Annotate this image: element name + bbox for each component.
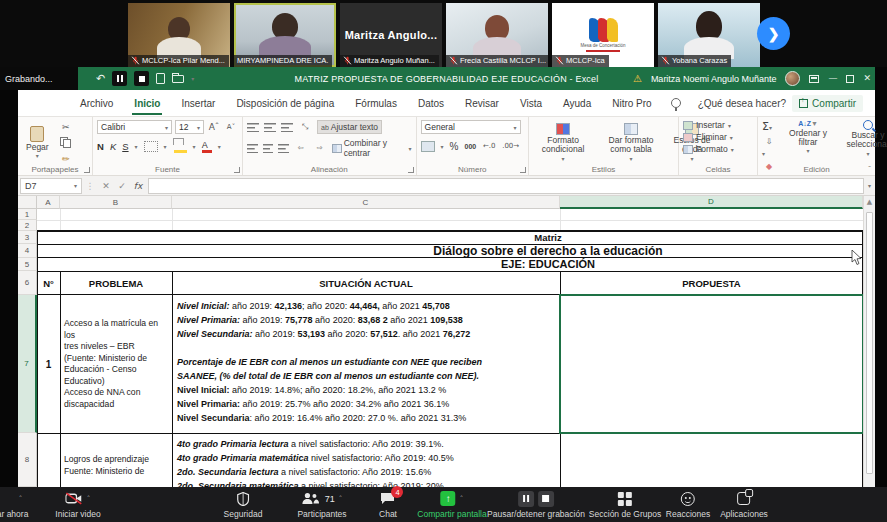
participant-tile[interactable]: Yobana Carazas bbox=[658, 3, 760, 67]
align-left-icon[interactable] bbox=[247, 144, 258, 153]
insert-cells-button[interactable]: Insertar▾ bbox=[683, 120, 753, 130]
format-cells-button[interactable]: Formato▾ bbox=[683, 144, 753, 154]
sheet-grid[interactable]: A B C D 1 2 3 4 5 6 7 8 Matriz Diálogo s… bbox=[18, 196, 875, 487]
close-button[interactable]: ✕ bbox=[863, 74, 871, 83]
align-center-icon[interactable] bbox=[263, 144, 274, 153]
participant-tile-active-speaker[interactable]: MIRYAMPINEDA DRE ICA. bbox=[234, 3, 336, 67]
header-cell-propuesta[interactable]: PROPUESTA bbox=[560, 271, 863, 295]
dialog-launcher-icon[interactable] bbox=[408, 167, 414, 173]
stop-recording-icon[interactable] bbox=[538, 491, 554, 507]
align-top-icon[interactable] bbox=[247, 123, 259, 132]
select-all-corner[interactable] bbox=[18, 196, 37, 209]
scrollbar-thumb[interactable] bbox=[866, 212, 873, 474]
security-button[interactable]: Seguridad bbox=[224, 491, 263, 519]
restore-button[interactable] bbox=[846, 75, 854, 83]
cell-c7-situacion[interactable]: Nivel Inicial: año 2019: 42,136; año 202… bbox=[177, 299, 557, 431]
video-button[interactable]: ˆ Iniciar video bbox=[55, 491, 100, 519]
comma-style-button[interactable]: 000 bbox=[465, 143, 477, 150]
decrease-font-icon[interactable]: Aˇ bbox=[224, 120, 238, 134]
tell-me-search[interactable]: ¿Qué desea hacer? bbox=[698, 98, 786, 109]
account-name[interactable]: Maritza Noemi Angulo Muñante bbox=[651, 74, 777, 84]
row-header-5[interactable]: 5 bbox=[18, 258, 37, 271]
dialog-launcher-icon[interactable] bbox=[234, 167, 240, 173]
participant-tile[interactable]: Frecia Castilla MCLCP I... bbox=[446, 3, 548, 67]
underline-dropdown-icon[interactable]: ▾ bbox=[135, 143, 138, 150]
header-cell-problema[interactable]: PROBLEMA bbox=[60, 271, 172, 295]
expand-formula-bar-icon[interactable]: ▾ bbox=[868, 182, 871, 189]
tab-disposicion[interactable]: Disposición de página bbox=[234, 92, 336, 115]
fill-color-icon[interactable] bbox=[173, 138, 187, 155]
column-header-c[interactable]: C bbox=[172, 196, 560, 209]
format-as-table-button[interactable]: Dar formato como tabla▾ bbox=[601, 122, 661, 163]
cell-d8-propuesta[interactable] bbox=[560, 433, 863, 487]
font-size-select[interactable]: 12▾ bbox=[175, 120, 204, 134]
account-avatar[interactable] bbox=[785, 71, 800, 86]
find-select-button[interactable]: Buscar y seleccionar▾ bbox=[840, 120, 887, 158]
delete-cells-button[interactable]: Eliminar▾ bbox=[683, 132, 753, 142]
fill-color-dropdown-icon[interactable]: ▾ bbox=[193, 143, 196, 150]
vertical-scrollbar[interactable]: ▲ bbox=[863, 196, 875, 487]
column-header-d[interactable]: D bbox=[560, 196, 863, 209]
row-header-2[interactable]: 2 bbox=[18, 220, 37, 231]
tab-ayuda[interactable]: Ayuda bbox=[561, 92, 593, 115]
tab-insertar[interactable]: Insertar bbox=[179, 92, 217, 115]
minimize-button[interactable]: — bbox=[828, 74, 837, 83]
column-header-a[interactable]: A bbox=[37, 196, 60, 209]
apps-button[interactable]: Aplicaciones bbox=[720, 491, 768, 519]
decrease-indent-icon[interactable]: ⇦ bbox=[294, 141, 308, 155]
conditional-formatting-button[interactable]: Formato condicional▾ bbox=[533, 122, 593, 163]
tab-inicio[interactable]: Inicio bbox=[132, 92, 162, 115]
participant-tile[interactable]: MCLCP-Ica Pilar Mend... bbox=[128, 3, 230, 67]
paste-button[interactable]: Pegar▾ bbox=[22, 125, 53, 161]
increase-decimal-icon[interactable]: ←.0 bbox=[482, 139, 496, 153]
breakout-rooms-button[interactable]: Sección de Grupos bbox=[589, 491, 661, 519]
audio-options-chevron[interactable]: ˆ bbox=[19, 495, 23, 503]
next-participants-button[interactable]: ❯ bbox=[757, 17, 790, 50]
warning-icon[interactable]: ⚠ bbox=[633, 74, 642, 84]
font-color-dropdown-icon[interactable]: ▾ bbox=[218, 143, 221, 150]
row-header-7[interactable]: 7 bbox=[18, 295, 37, 433]
chat-button[interactable]: 4 Chat bbox=[379, 491, 397, 519]
merge-center-button[interactable]: Combinar y centrar▾ bbox=[332, 138, 412, 158]
column-header-b[interactable]: B bbox=[60, 196, 172, 209]
autosum-button[interactable]: Σ▾ bbox=[762, 120, 776, 133]
row-header-6[interactable]: 6 bbox=[18, 271, 37, 295]
underline-button[interactable]: S bbox=[122, 141, 128, 152]
cell-dialogo-title[interactable]: Diálogo sobre el derecho a la educación bbox=[218, 244, 875, 258]
dialog-launcher-icon[interactable] bbox=[84, 167, 90, 173]
font-name-select[interactable]: Calibri▾ bbox=[97, 120, 172, 134]
name-box[interactable]: D7▾ bbox=[20, 178, 82, 194]
tab-revisar[interactable]: Revisar bbox=[463, 92, 501, 115]
cell-b8-problema[interactable]: Logros de aprendizaje Fuente: Ministerio… bbox=[64, 454, 170, 477]
borders-icon[interactable] bbox=[144, 141, 158, 152]
cell-c8-situacion[interactable]: 4to grado Primaria lectura a nivel satis… bbox=[177, 437, 557, 487]
row-header-3[interactable]: 3 bbox=[18, 231, 37, 244]
tab-vista[interactable]: Vista bbox=[518, 92, 544, 115]
increase-font-icon[interactable]: Aˆ bbox=[207, 120, 221, 134]
scroll-up-icon[interactable]: ▲ bbox=[864, 196, 875, 209]
orientation-icon[interactable]: ⤡ bbox=[298, 120, 312, 134]
tab-datos[interactable]: Datos bbox=[416, 92, 446, 115]
font-color-icon[interactable]: A bbox=[202, 141, 212, 153]
insert-function-icon[interactable]: fx bbox=[130, 181, 146, 191]
row-header-4[interactable]: 4 bbox=[18, 244, 37, 258]
percent-style-button[interactable]: % bbox=[450, 141, 459, 152]
cut-icon[interactable]: ✂ bbox=[59, 120, 73, 134]
cell-eje-educacion[interactable]: EJE: EDUCACIÓN bbox=[218, 258, 875, 271]
video-options-chevron[interactable]: ˆ bbox=[87, 495, 91, 503]
cancel-entry-icon[interactable]: ✕ bbox=[98, 181, 114, 191]
row-header-8[interactable]: 8 bbox=[18, 433, 37, 487]
borders-dropdown-icon[interactable]: ▾ bbox=[164, 143, 167, 150]
fill-button[interactable]: ⇩▾ bbox=[762, 134, 776, 158]
tab-formulas[interactable]: Fórmulas bbox=[353, 92, 399, 115]
reactions-button[interactable]: Reacciones bbox=[666, 491, 710, 519]
participants-button[interactable]: 71 ˆ Participantes bbox=[297, 491, 346, 519]
format-painter-icon[interactable]: ✏ bbox=[59, 152, 73, 166]
header-cell-numero[interactable]: N° bbox=[37, 271, 60, 295]
cell-matriz[interactable]: Matriz bbox=[218, 231, 875, 244]
bold-button[interactable]: N bbox=[97, 141, 104, 152]
share-button[interactable]: Compartir bbox=[792, 95, 863, 112]
tab-archivo[interactable]: Archivo bbox=[78, 92, 115, 115]
share-screen-button[interactable]: ↑ ˆ Compartir pantalla bbox=[417, 491, 486, 519]
participants-options-chevron[interactable]: ˆ bbox=[339, 495, 343, 503]
